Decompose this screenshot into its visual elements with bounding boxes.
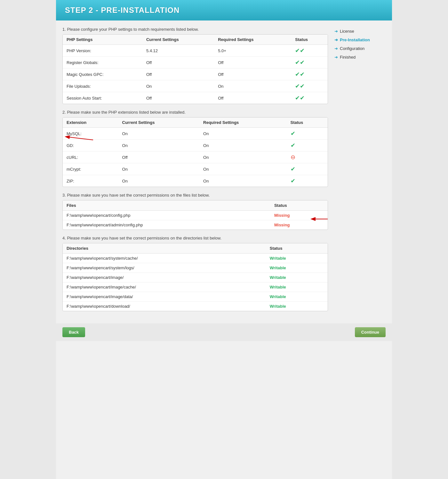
cell-required: On — [199, 175, 287, 187]
writable-status: Writable — [270, 265, 286, 270]
sidebar-nav-item[interactable]: ➜ Configuration — [334, 44, 386, 53]
col-current-settings: Current Settings — [142, 35, 214, 45]
writable-status: Writable — [270, 294, 286, 299]
cell-status: Writable — [266, 263, 328, 273]
table-row: ZIP: On On ✔ — [63, 175, 328, 187]
nav-label: Configuration — [340, 46, 364, 51]
cell-current: On — [118, 128, 200, 140]
cell-name: PHP Version: — [63, 45, 142, 57]
col-files: Files — [63, 200, 270, 211]
status-ok-icon: ✔ — [291, 130, 295, 137]
section4-label: 4. Please make sure you have set the cor… — [62, 236, 328, 240]
col-status3: Status — [270, 200, 328, 211]
status-ok-icon: ✔ — [295, 83, 305, 89]
table-row: cURL: Off On ⊖ — [63, 151, 328, 163]
status-ok-icon: ✔ — [291, 178, 295, 184]
col-current-settings2: Current Settings — [118, 118, 200, 128]
cell-status: ✔ — [291, 57, 328, 69]
cell-status: Writable — [266, 254, 328, 263]
writable-status: Writable — [270, 256, 286, 261]
cell-required: On — [199, 151, 287, 163]
cell-name: Session Auto Start: — [63, 92, 142, 104]
sidebar-nav-item[interactable]: ➜ Pre-Installation — [334, 36, 386, 44]
cell-required: On — [199, 128, 287, 140]
cell-name: ZIP: — [63, 175, 118, 187]
writable-status: Writable — [270, 275, 286, 280]
table-row: F:\wamp\www\opencart/system/logs/ Writab… — [63, 263, 328, 273]
nav-label: License — [340, 29, 354, 34]
cell-status: ✔ — [291, 80, 328, 92]
col-required-settings2: Required Settings — [199, 118, 287, 128]
cell-status: Writable — [266, 302, 328, 311]
section1-label: 1. Please configure your PHP settings to… — [62, 27, 328, 32]
table-row: GD: On On ✔ — [63, 140, 328, 151]
cell-required: Off — [214, 92, 291, 104]
cell-status: ✔ — [291, 92, 328, 104]
cell-status: ✔ — [291, 69, 328, 80]
cell-name: MySQL: — [63, 128, 118, 140]
directories-table: Directories Status F:\wamp\www\opencart/… — [62, 243, 328, 311]
cell-required: On — [199, 163, 287, 175]
cell-name: Magic Quotes GPC: — [63, 69, 142, 80]
main-content: 1. Please configure your PHP settings to… — [62, 27, 328, 317]
table-row: F:\wamp\www\opencart/image/data/ Writabl… — [63, 292, 328, 302]
cell-required: Off — [214, 69, 291, 80]
writable-status: Writable — [270, 285, 286, 289]
cell-current: Off — [118, 151, 200, 163]
status-error-icon: ⊖ — [291, 154, 295, 160]
cell-status: Writable — [266, 273, 328, 282]
table-row: Magic Quotes GPC: Off Off ✔ — [63, 69, 328, 80]
cell-status: Missing — [270, 211, 328, 220]
sidebar-nav-item[interactable]: ➜ Finished — [334, 53, 386, 61]
sidebar-nav-item[interactable]: ➜ License — [334, 27, 386, 36]
col-required-settings: Required Settings — [214, 35, 291, 45]
cell-dir: F:\wamp\www\opencart/image/data/ — [63, 292, 266, 302]
cell-status: ✔ — [287, 175, 328, 187]
cell-name: File Uploads: — [63, 80, 142, 92]
cell-dir: F:\wamp\www\opencart/system/cache/ — [63, 254, 266, 263]
page-header: STEP 2 - PRE-INSTALLATION — [56, 0, 392, 20]
nav-arrow-icon: ➜ — [334, 29, 338, 34]
nav-label: Finished — [340, 55, 356, 60]
cell-dir: F:\wamp\www\opencart/system/logs/ — [63, 263, 266, 273]
nav-arrow-icon: ➜ — [334, 46, 338, 51]
cell-status: ⊖ — [287, 151, 328, 163]
cell-status: ✔ — [287, 140, 328, 151]
cell-status: Missing — [270, 220, 328, 230]
cell-required: 5.0+ — [214, 45, 291, 57]
col-php-settings: PHP Settings — [63, 35, 142, 45]
status-ok-icon: ✔ — [295, 59, 305, 66]
missing-status: Missing — [274, 213, 290, 218]
nav-arrow-icon: ➜ — [334, 37, 338, 42]
table-row: Register Globals: Off Off ✔ — [63, 57, 328, 69]
cell-required: On — [199, 140, 287, 151]
back-button[interactable]: Back — [62, 327, 85, 337]
cell-current: On — [118, 140, 200, 151]
table-row: F:\wamp\www\opencart/download/ Writable — [63, 302, 328, 311]
cell-current: Off — [142, 92, 214, 104]
nav-arrow-icon: ➜ — [334, 55, 338, 60]
cell-status: ✔ — [287, 128, 328, 140]
col-status2: Status — [287, 118, 328, 128]
table-row: F:\wamp\www\opencart/system/cache/ Writa… — [63, 254, 328, 263]
status-ok-icon: ✔ — [291, 142, 295, 149]
cell-current: On — [142, 80, 214, 92]
table-row: MySQL: On On ✔ — [63, 128, 328, 140]
cell-status: ✔ — [291, 45, 328, 57]
table-row: mCrypt: On On ✔ — [63, 163, 328, 175]
cell-status: Writable — [266, 282, 328, 292]
col-status: Status — [291, 35, 328, 45]
cell-status: ✔ — [287, 163, 328, 175]
sidebar: ➜ License ➜ Pre-Installation ➜ Configura… — [334, 27, 386, 317]
col-directories: Directories — [63, 243, 266, 254]
continue-button[interactable]: Continue — [355, 327, 386, 337]
footer-buttons: Back Continue — [56, 323, 392, 341]
cell-name: cURL: — [63, 151, 118, 163]
cell-name: GD: — [63, 140, 118, 151]
extensions-table: Extension Current Settings Required Sett… — [62, 117, 328, 187]
status-ok-icon: ✔ — [291, 166, 295, 172]
table-row: File Uploads: On On ✔ — [63, 80, 328, 92]
status-ok-icon: ✔ — [295, 71, 305, 77]
section3-label: 3. Please make sure you have set the cor… — [62, 193, 328, 198]
missing-status: Missing — [274, 223, 290, 227]
